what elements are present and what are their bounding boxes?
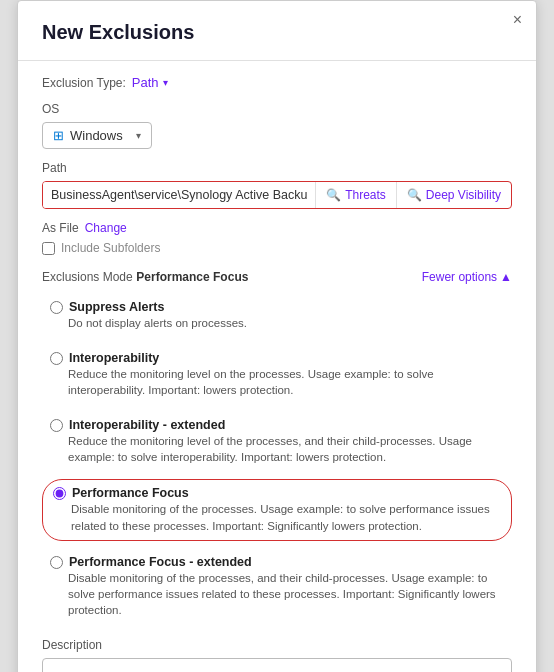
include-subfolders-label: Include Subfolders <box>61 241 160 255</box>
deep-visibility-button[interactable]: 🔍 Deep Visibility <box>396 182 511 208</box>
radio-performance-focus-extended-title: Performance Focus - extended <box>69 555 252 569</box>
radio-suppress-input[interactable] <box>50 301 63 314</box>
search-icon: 🔍 <box>326 188 341 202</box>
radio-performance-focus-title: Performance Focus <box>72 486 189 500</box>
exclusions-mode-row: Exclusions Mode Performance Focus Fewer … <box>42 269 512 284</box>
radio-interoperability-extended: Interoperability - extended Reduce the m… <box>42 412 512 471</box>
radio-options-group: Suppress Alerts Do not display alerts on… <box>42 294 512 624</box>
radio-suppress-desc: Do not display alerts on processes. <box>68 315 504 331</box>
radio-interoperability: Interoperability Reduce the monitoring l… <box>42 345 512 404</box>
path-input-row: 🔍 Threats 🔍 Deep Visibility <box>42 181 512 209</box>
path-label: Path <box>42 161 512 175</box>
radio-performance-focus: Performance Focus Disable monitoring of … <box>42 479 512 540</box>
exclusion-type-label: Exclusion Type: <box>42 76 126 90</box>
deep-visibility-label: Deep Visibility <box>426 188 501 202</box>
close-button[interactable]: × <box>513 11 522 29</box>
description-label: Description <box>42 638 512 652</box>
radio-performance-focus-extended-input[interactable] <box>50 556 63 569</box>
exclusions-mode-section: Exclusions Mode Performance Focus <box>42 269 248 284</box>
radio-interoperability-extended-desc: Reduce the monitoring level of the proce… <box>68 433 504 465</box>
windows-icon: ⊞ <box>53 128 64 143</box>
fewer-options-label: Fewer options <box>422 270 497 284</box>
os-dropdown[interactable]: ⊞ Windows ▾ <box>42 122 152 149</box>
radio-interoperability-extended-input[interactable] <box>50 419 63 432</box>
os-chevron: ▾ <box>136 130 141 141</box>
os-label: OS <box>42 102 512 116</box>
threats-label: Threats <box>345 188 386 202</box>
as-file-row: As File Change <box>42 221 512 235</box>
search-icon-2: 🔍 <box>407 188 422 202</box>
path-input[interactable] <box>43 182 315 208</box>
include-subfolders-row: Include Subfolders <box>42 241 512 255</box>
title-divider <box>18 60 536 61</box>
exclusion-type-chevron: ▾ <box>163 77 168 88</box>
fewer-options-button[interactable]: Fewer options ▲ <box>422 270 512 284</box>
os-field-group: OS ⊞ Windows ▾ <box>42 102 512 149</box>
radio-performance-focus-input[interactable] <box>53 487 66 500</box>
os-value: Windows <box>70 128 130 143</box>
radio-interoperability-desc: Reduce the monitoring level on the proce… <box>68 366 504 398</box>
threats-button[interactable]: 🔍 Threats <box>315 182 396 208</box>
radio-interoperability-title: Interoperability <box>69 351 159 365</box>
exclusion-type-row: Exclusion Type: Path ▾ <box>42 75 512 90</box>
radio-suppress: Suppress Alerts Do not display alerts on… <box>42 294 512 337</box>
fewer-options-chevron: ▲ <box>500 270 512 284</box>
radio-suppress-title: Suppress Alerts <box>69 300 164 314</box>
exclusion-type-dropdown[interactable]: Path ▾ <box>132 75 168 90</box>
radio-performance-focus-extended: Performance Focus - extended Disable mon… <box>42 549 512 624</box>
new-exclusions-modal: × New Exclusions Exclusion Type: Path ▾ … <box>17 0 537 672</box>
radio-performance-focus-desc: Disable monitoring of the processes. Usa… <box>71 501 501 533</box>
radio-interoperability-input[interactable] <box>50 352 63 365</box>
path-field-group: Path 🔍 Threats 🔍 Deep Visibility <box>42 161 512 209</box>
exclusions-mode-label: Exclusions Mode <box>42 270 133 284</box>
radio-interoperability-extended-title: Interoperability - extended <box>69 418 225 432</box>
as-file-label: As File <box>42 221 79 235</box>
radio-performance-focus-extended-desc: Disable monitoring of the processes, and… <box>68 570 504 618</box>
exclusion-type-value: Path <box>132 75 159 90</box>
change-link[interactable]: Change <box>85 221 127 235</box>
description-input[interactable] <box>42 658 512 672</box>
include-subfolders-checkbox[interactable] <box>42 242 55 255</box>
modal-title: New Exclusions <box>42 21 512 44</box>
exclusions-mode-current: Performance Focus <box>136 270 248 284</box>
